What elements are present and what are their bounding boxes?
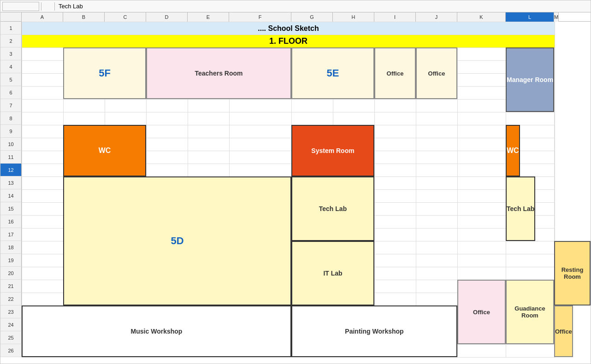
cell-M16[interactable]: [555, 216, 555, 229]
cell-C8[interactable]: [105, 112, 147, 125]
cell-E8[interactable]: [188, 112, 230, 125]
cell-D8[interactable]: [147, 112, 188, 125]
cell-L8[interactable]: [506, 112, 555, 125]
row-header-16[interactable]: 16: [0, 215, 22, 228]
row-header-17[interactable]: 17: [0, 228, 22, 241]
cell-I10[interactable]: [375, 138, 416, 151]
row-header-11[interactable]: 11: [0, 151, 22, 164]
cell-A10[interactable]: [22, 138, 64, 151]
cell-F10[interactable]: [230, 138, 292, 151]
cell-J16[interactable]: [416, 216, 458, 229]
cell-I17[interactable]: [375, 229, 416, 241]
cell-M9[interactable]: [555, 125, 555, 138]
col-header-G[interactable]: G: [291, 12, 333, 22]
cell-J11[interactable]: [416, 151, 458, 164]
cell-K6[interactable]: [458, 87, 506, 100]
cell-F8[interactable]: [230, 112, 292, 125]
cell-A14[interactable]: [22, 190, 64, 203]
cell-A13[interactable]: [22, 177, 64, 190]
row-header-1[interactable]: 1: [0, 22, 22, 35]
row-header-19[interactable]: 19: [0, 254, 22, 267]
col-header-C[interactable]: C: [105, 12, 146, 22]
cell-D10[interactable]: [147, 138, 188, 151]
row-header-10[interactable]: 10: [0, 138, 22, 151]
row-header-5[interactable]: 5: [0, 73, 22, 86]
cell-A15[interactable]: [22, 203, 64, 216]
cell-I14[interactable]: [375, 190, 416, 203]
row-header-15[interactable]: 15: [0, 202, 22, 215]
cell-A6[interactable]: [22, 87, 64, 100]
cell-G8[interactable]: [292, 112, 333, 125]
cell-J12[interactable]: [416, 164, 458, 177]
cell-C7[interactable]: [105, 100, 147, 112]
cell-I12[interactable]: [375, 164, 416, 177]
cell-reference[interactable]: [2, 2, 39, 11]
cell-A5[interactable]: [22, 74, 64, 87]
cell-D11[interactable]: [147, 151, 188, 164]
cell-J21[interactable]: [416, 280, 458, 293]
cell-A16[interactable]: [22, 216, 64, 229]
cell-K19[interactable]: [458, 254, 506, 267]
cell-I18[interactable]: [375, 241, 416, 254]
cell-A22[interactable]: [22, 293, 64, 306]
row-header-7[interactable]: 7: [0, 99, 22, 112]
col-header-F[interactable]: F: [229, 12, 291, 22]
cell-J20[interactable]: [416, 267, 458, 280]
cell-L26[interactable]: [506, 345, 555, 358]
cell-K12[interactable]: [458, 164, 506, 177]
cell-A8[interactable]: [22, 112, 64, 125]
cell-F11[interactable]: [230, 151, 292, 164]
cell-E11[interactable]: [188, 151, 230, 164]
cell-F12[interactable]: [230, 164, 292, 177]
row-header-23[interactable]: 23: [0, 305, 22, 318]
cell-J22[interactable]: [416, 293, 458, 306]
row-header-13[interactable]: 13: [0, 176, 22, 189]
cell-J9[interactable]: [416, 125, 458, 138]
row-header-25[interactable]: 25: [0, 331, 22, 344]
col-header-H[interactable]: H: [333, 12, 374, 22]
cell-K5[interactable]: [458, 74, 506, 87]
row-header-4[interactable]: 4: [0, 60, 22, 73]
cell-J7[interactable]: [416, 100, 458, 112]
row-header-26[interactable]: 26: [0, 344, 22, 357]
col-header-J[interactable]: J: [416, 12, 457, 22]
cell-M14[interactable]: [555, 190, 555, 203]
cell-A19[interactable]: [22, 254, 64, 267]
cell-A20[interactable]: [22, 267, 64, 280]
cell-M7[interactable]: [555, 100, 555, 112]
cell-K15[interactable]: [458, 203, 506, 216]
cell-A3[interactable]: [22, 48, 64, 61]
cell-J17[interactable]: [416, 229, 458, 241]
cell-H7[interactable]: [333, 100, 375, 112]
cell-K9[interactable]: [458, 125, 506, 138]
cell-E12[interactable]: [188, 164, 230, 177]
cell-K11[interactable]: [458, 151, 506, 164]
cell-E7[interactable]: [188, 100, 230, 112]
cell-M6[interactable]: [555, 87, 555, 100]
cell-K8[interactable]: [458, 112, 506, 125]
cell-I8[interactable]: [375, 112, 416, 125]
cell-A21[interactable]: [22, 280, 64, 293]
cell-I22[interactable]: [375, 293, 416, 306]
cell-I21[interactable]: [375, 280, 416, 293]
cell-M4[interactable]: [555, 61, 555, 74]
cell-I11[interactable]: [375, 151, 416, 164]
cell-K3[interactable]: [458, 48, 506, 61]
cell-A11[interactable]: [22, 151, 64, 164]
col-header-D[interactable]: D: [146, 12, 188, 22]
cell-L18[interactable]: [506, 241, 555, 254]
cell-K20[interactable]: [458, 267, 506, 280]
cell-E9[interactable]: [188, 125, 230, 138]
col-header-B[interactable]: B: [63, 12, 105, 22]
col-header-A[interactable]: A: [22, 12, 63, 22]
row-header-8[interactable]: 8: [0, 112, 22, 125]
row-header-6[interactable]: 6: [0, 86, 22, 99]
row-header-12[interactable]: 12: [0, 164, 22, 176]
cell-A4[interactable]: [22, 61, 64, 74]
cell-A2[interactable]: 1. FLOOR: [22, 35, 555, 48]
cell-J13[interactable]: [416, 177, 458, 190]
cell-F7[interactable]: [230, 100, 292, 112]
cell-J10[interactable]: [416, 138, 458, 151]
col-header-E[interactable]: E: [188, 12, 229, 22]
cell-F9[interactable]: [230, 125, 292, 138]
